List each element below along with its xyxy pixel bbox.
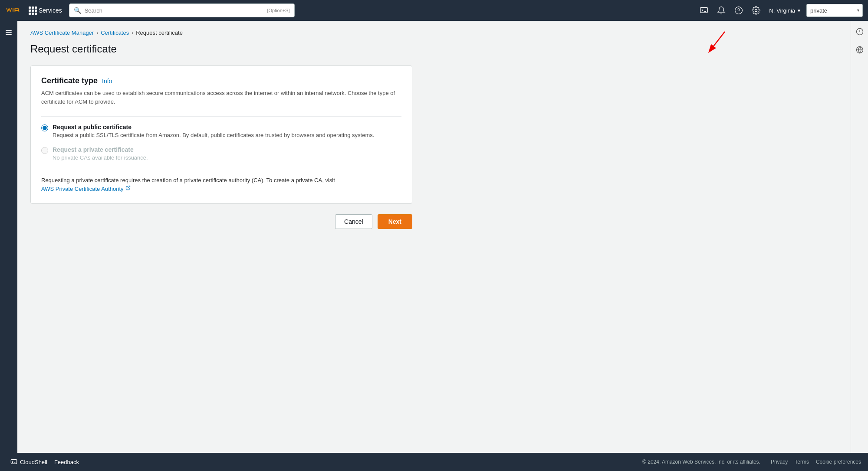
section-title: Certificate type Info xyxy=(41,76,401,85)
cloudshell-icon-btn[interactable] xyxy=(696,3,712,17)
breadcrumb-root[interactable]: AWS Certificate Manager xyxy=(30,29,94,36)
nav-icons: N. Virginia ▼ private xyxy=(696,3,863,17)
search-input[interactable] xyxy=(85,7,264,14)
cancel-button[interactable]: Cancel xyxy=(335,214,372,229)
radio-public-content: Request a public certificate Request a p… xyxy=(53,124,374,139)
private-ca-note: Requesting a private certificate require… xyxy=(41,169,401,193)
external-link-icon xyxy=(125,185,131,193)
radio-public-label: Request a public certificate xyxy=(53,124,374,131)
main-content: AWS Certificate Manager › Certificates ›… xyxy=(17,21,851,453)
private-ca-note-text: Requesting a private certificate require… xyxy=(41,177,335,183)
page-title: Request certificate xyxy=(30,43,838,55)
footer-copyright: © 2024, Amazon Web Services, Inc. or its… xyxy=(642,459,760,465)
card-description: ACM certificates can be used to establis… xyxy=(41,89,401,106)
feedback-link[interactable]: Feedback xyxy=(51,457,82,467)
info-circle-icon[interactable] xyxy=(854,26,865,39)
info-link[interactable]: Info xyxy=(102,78,112,85)
search-shortcut: [Option+S] xyxy=(267,8,289,13)
radio-private-option: Request a private certificate No private… xyxy=(41,146,401,162)
grid-icon xyxy=(29,7,37,15)
radio-public[interactable] xyxy=(41,124,48,131)
region-label: N. Virginia xyxy=(769,7,795,14)
radio-public-option: Request a public certificate Request a p… xyxy=(41,124,401,139)
svg-line-9 xyxy=(128,186,130,189)
cloudshell-label: CloudShell xyxy=(20,459,47,465)
sidebar xyxy=(0,21,17,453)
help-icon-btn[interactable] xyxy=(731,3,746,17)
privacy-link[interactable]: Privacy xyxy=(771,459,788,465)
settings-icon-btn[interactable] xyxy=(748,3,764,17)
svg-point-3 xyxy=(755,10,757,12)
private-ca-link-text: AWS Private Certificate Authority xyxy=(41,185,124,193)
aws-logo[interactable] xyxy=(5,5,22,16)
svg-point-1 xyxy=(735,7,743,14)
radio-private[interactable] xyxy=(41,147,48,154)
svg-rect-0 xyxy=(700,7,708,13)
page-layout: AWS Certificate Manager › Certificates ›… xyxy=(0,21,868,453)
terms-link[interactable]: Terms xyxy=(795,459,809,465)
radio-private-desc: No private CAs available for issuance. xyxy=(53,154,148,162)
breadcrumb: AWS Certificate Manager › Certificates ›… xyxy=(30,29,838,36)
location-icon[interactable] xyxy=(854,44,865,57)
divider-1 xyxy=(41,116,401,117)
top-navigation: Services 🔍 [Option+S] N. Virginia ▼ priv… xyxy=(0,0,868,21)
svg-rect-15 xyxy=(11,460,16,464)
region-chevron: ▼ xyxy=(797,8,801,13)
notifications-icon-btn[interactable] xyxy=(713,3,729,17)
account-select[interactable]: private xyxy=(806,4,863,17)
breadcrumb-current: Request certificate xyxy=(136,29,183,36)
services-menu[interactable]: Services xyxy=(25,5,66,16)
breadcrumb-parent[interactable]: Certificates xyxy=(101,29,129,36)
right-panel xyxy=(851,21,868,453)
breadcrumb-sep-2: › xyxy=(132,30,133,36)
search-icon: 🔍 xyxy=(74,7,81,14)
footer-cloudshell[interactable]: CloudShell xyxy=(7,457,51,467)
radio-private-content: Request a private certificate No private… xyxy=(53,146,148,162)
footer: CloudShell Feedback © 2024, Amazon Web S… xyxy=(0,453,868,471)
radio-private-label: Request a private certificate xyxy=(53,146,148,153)
cookie-link[interactable]: Cookie preferences xyxy=(816,459,861,465)
next-button[interactable]: Next xyxy=(378,214,412,229)
region-selector[interactable]: N. Virginia ▼ xyxy=(766,6,805,16)
sidebar-toggle-button[interactable] xyxy=(1,25,16,40)
footer-links: Privacy Terms Cookie preferences xyxy=(771,459,861,465)
section-title-text: Certificate type xyxy=(41,76,98,85)
private-ca-link[interactable]: AWS Private Certificate Authority xyxy=(41,185,131,193)
action-row: Cancel Next xyxy=(30,214,412,229)
search-bar[interactable]: 🔍 [Option+S] xyxy=(69,3,295,17)
radio-public-desc: Request a public SSL/TLS certificate fro… xyxy=(53,131,374,139)
services-label: Services xyxy=(39,7,62,14)
certificate-type-card: Certificate type Info ACM certificates c… xyxy=(30,65,412,204)
breadcrumb-sep-1: › xyxy=(96,30,98,36)
account-select-wrapper[interactable]: private xyxy=(806,4,863,17)
